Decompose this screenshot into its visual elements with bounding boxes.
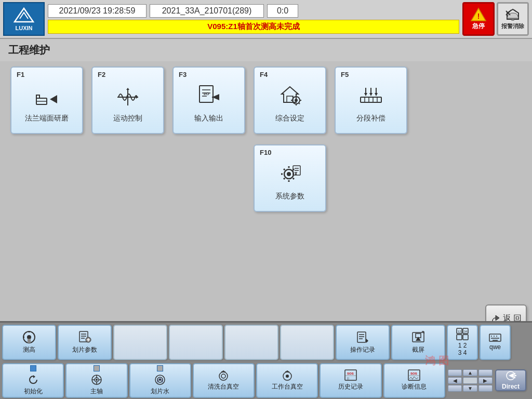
f2-key: F2 [98,71,105,78]
toolbar-btn-vacuum2[interactable]: 工作台真空 [256,363,318,398]
toolbar-btn-spindle[interactable]: 主轴 [65,363,127,398]
f3-key: F3 [179,71,187,78]
svg-point-57 [27,335,31,339]
init-label: 初始化 [24,387,43,396]
function-f4[interactable]: F4 [254,66,326,134]
svg-marker-13 [126,88,129,90]
svg-marker-39 [369,93,373,96]
gauge-icon [22,330,36,344]
toolbar-btn-keypad[interactable]: 12 34 1 23 4 [447,325,478,360]
header-center: 2021/09/23 19:28:59 2021_33A_210701(289)… [48,4,459,34]
svg-text:34: 34 [464,330,468,333]
toolbar-row-2: 初始化 主轴 [0,361,532,400]
nav-upleft[interactable] [448,369,462,376]
init-indicator [30,365,36,371]
toolbar-row1-right: 12 34 1 23 4 qwe [447,325,530,360]
ems-button[interactable]: ! 急停 [462,2,495,36]
f10-key: F10 [260,149,271,156]
f4-label: 综合设定 [275,114,304,123]
header-buttons: ! 急停 报警消除 [462,2,529,36]
nav-upright[interactable] [478,369,493,376]
svg-marker-73 [366,339,368,343]
svg-rect-8 [36,95,39,98]
record-icon [356,330,369,344]
gauge-label: 测高 [23,345,35,354]
alarm-label: 报警消除 [501,22,524,30]
svg-line-49 [293,178,294,179]
toolbar-btn-keyboard[interactable]: qwe [480,325,511,360]
toolbar-btn-empty-2 [169,325,223,360]
function-f10[interactable]: F10 [254,144,326,212]
direct-label: Direct [502,383,520,390]
function-row-1: F1 法兰端面研磨 F2 [10,66,470,134]
nav-cluster: ▲ ◀ ▶ ▼ [447,368,494,393]
alert-bar: V095:Z1轴首次测高未完成 [48,20,459,34]
status-display: 0:0 [267,4,298,18]
function-grid: F1 法兰端面研磨 F2 [10,66,470,212]
svg-point-103 [221,374,225,378]
svg-point-43 [287,172,291,176]
nav-downright[interactable] [478,385,493,392]
svg-text:|||: ||| [347,377,349,380]
nav-up[interactable]: ▲ [463,369,477,376]
svg-point-106 [286,375,289,378]
keyboard-icon [489,334,501,342]
svg-text:12: 12 [458,330,461,333]
params-icon [78,330,91,344]
vacuum2-icon [282,369,293,381]
svg-text:SOS: SOS [410,372,417,375]
record-label: 操作记录 [350,345,375,354]
toolbar-btn-history[interactable]: SOS ||| 历史记录 [320,363,381,398]
svg-marker-9 [50,95,57,103]
nav-down[interactable]: ▼ [463,385,477,392]
toolbar-btn-init[interactable]: 初始化 [2,363,64,398]
content-area: F1 法兰端面研磨 F2 [0,61,480,343]
toolbar-btn-vacuum1[interactable]: 清洗台真空 [193,363,255,398]
function-row-2: F10 [254,144,470,212]
vacuum1-label: 清洗台真空 [208,382,239,391]
nav-right[interactable]: ▶ [478,377,493,384]
nav-downleft[interactable] [448,385,462,392]
screenshot-label: 截屏 [412,345,424,354]
spindle-indicator [94,365,100,371]
water-indicator [157,365,163,371]
svg-point-102 [219,372,228,380]
function-f1[interactable]: F1 法兰端面研磨 [10,66,83,134]
toolbar-btn-params[interactable]: 划片参数 [58,325,112,360]
ems-icon: ! [470,7,487,22]
toolbar-btn-record[interactable]: 操作记录 [336,325,390,360]
project-display: 2021_33A_210701(289) [150,4,264,18]
toolbar-row2-right: ▲ ◀ ▶ ▼ Direct [447,363,530,398]
toolbar-btn-diag[interactable]: SOS 诊断信息 [383,363,445,398]
spindle-label: 主轴 [90,387,103,396]
toolbar-btn-gauge[interactable]: 测高 [2,325,56,360]
svg-text:!: ! [477,12,480,20]
nav-left[interactable]: ◀ [448,377,462,384]
keyboard-label: qwe [489,343,501,351]
history-label: 历史记录 [338,382,363,391]
logo-icon [14,7,34,24]
toolbar-btn-water[interactable]: 划片水 [129,363,191,398]
svg-rect-82 [463,335,468,340]
function-f2[interactable]: F2 运动控制 [91,66,164,134]
nav-center[interactable] [463,377,477,384]
alarm-button[interactable]: 报警消除 [497,2,529,36]
io-icon: I/O [196,83,221,111]
toolbar-btn-empty-1 [113,325,167,360]
f5-label: 分段补偿 [356,114,385,123]
segment-icon [358,83,383,111]
diag-label: 诊断信息 [402,382,427,391]
toolbar-btn-empty-3 [224,325,278,360]
svg-marker-37 [364,93,367,96]
svg-point-24 [295,99,298,102]
direct-button[interactable]: Direct [495,369,526,391]
svg-rect-3 [511,19,514,21]
toolbar-btn-screenshot[interactable]: 截屏 [391,325,445,360]
svg-marker-41 [375,93,378,96]
svg-rect-112 [408,370,420,380]
function-f3[interactable]: F3 I/O [172,66,245,134]
svg-line-30 [299,103,300,104]
alarm-icon [504,8,522,22]
svg-rect-22 [287,96,293,102]
function-f5[interactable]: F5 [335,66,407,134]
